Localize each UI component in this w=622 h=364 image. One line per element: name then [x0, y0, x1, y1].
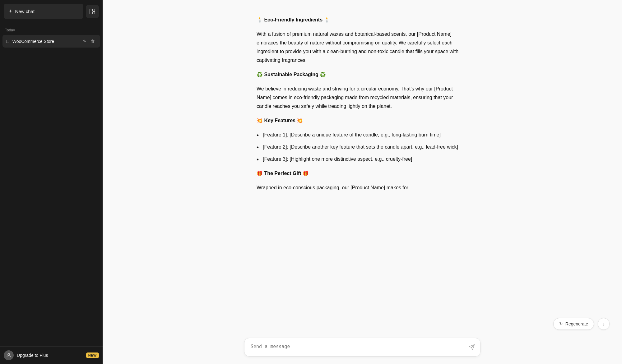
delete-chat-button[interactable]: 🗑 — [89, 38, 96, 44]
chat-icon: □ — [6, 39, 9, 44]
input-row — [244, 338, 480, 357]
scroll-down-button[interactable]: ↓ — [598, 318, 610, 330]
eco-ingredients-heading: 🕯️ Eco-Friendly Ingredients 🕯️ — [257, 16, 468, 24]
perfect-gift-body: Wrapped in eco-conscious packaging, our … — [257, 183, 468, 192]
send-icon — [469, 344, 475, 350]
message-body: 🕯️ Eco-Friendly Ingredients 🕯️ With a fu… — [257, 16, 468, 192]
regenerate-icon: ↻ — [559, 321, 563, 326]
perfect-gift-heading: 🎁 The Perfect Gift 🎁 — [257, 169, 468, 178]
chevron-down-icon: ↓ — [602, 321, 605, 327]
action-buttons: ↻ Regenerate ↓ — [553, 318, 610, 330]
upgrade-label: Upgrade to Plus — [17, 353, 83, 358]
key-features-heading: 💥 Key Features 💥 — [257, 116, 468, 125]
list-item: [Feature 2]: [Describe another key featu… — [257, 143, 468, 151]
message-container: 🕯️ Eco-Friendly Ingredients 🕯️ With a fu… — [244, 16, 480, 192]
new-badge: NEW — [86, 352, 99, 358]
sidebar-top: + New chat — [0, 0, 103, 23]
svg-point-3 — [8, 353, 10, 355]
chat-item-actions: ✎ 🗑 — [81, 38, 96, 44]
features-list: [Feature 1]: [Describe a unique feature … — [257, 131, 468, 164]
layout-icon — [90, 9, 95, 14]
sustainable-packaging-heading: ♻️ Sustainable Packaging ♻️ — [257, 70, 468, 79]
new-chat-label: New chat — [15, 9, 35, 14]
layout-toggle-button[interactable] — [86, 5, 99, 18]
bottom-bar — [103, 333, 622, 364]
sidebar-spacer — [0, 48, 103, 346]
avatar — [4, 350, 14, 360]
svg-rect-0 — [90, 9, 92, 14]
sidebar: + New chat Today □ WooCommerce Store ✎ 🗑 — [0, 0, 103, 364]
regenerate-button[interactable]: ↻ Regenerate — [553, 318, 594, 330]
svg-rect-2 — [93, 12, 95, 14]
send-button[interactable] — [467, 343, 476, 352]
chat-scroll-area[interactable]: 🕯️ Eco-Friendly Ingredients 🕯️ With a fu… — [103, 0, 622, 364]
svg-rect-1 — [93, 9, 95, 11]
chat-item-label: WooCommerce Store — [12, 39, 78, 44]
chat-item[interactable]: □ WooCommerce Store ✎ 🗑 — [2, 35, 100, 48]
section-today-label: Today — [0, 23, 103, 34]
eco-ingredients-body: With a fusion of premium natural waxes a… — [257, 30, 468, 65]
edit-chat-button[interactable]: ✎ — [81, 38, 88, 44]
plus-icon: + — [9, 8, 12, 15]
new-chat-button[interactable]: + New chat — [4, 4, 83, 19]
message-input[interactable] — [244, 338, 480, 357]
regenerate-label: Regenerate — [565, 321, 588, 326]
list-item: [Feature 1]: [Describe a unique feature … — [257, 131, 468, 139]
sustainable-packaging-body: We believe in reducing waste and strivin… — [257, 85, 468, 111]
sidebar-bottom: Upgrade to Plus NEW — [0, 346, 103, 364]
main-content: 🕯️ Eco-Friendly Ingredients 🕯️ With a fu… — [103, 0, 622, 364]
list-item: [Feature 3]: [Highlight one more distinc… — [257, 155, 468, 163]
